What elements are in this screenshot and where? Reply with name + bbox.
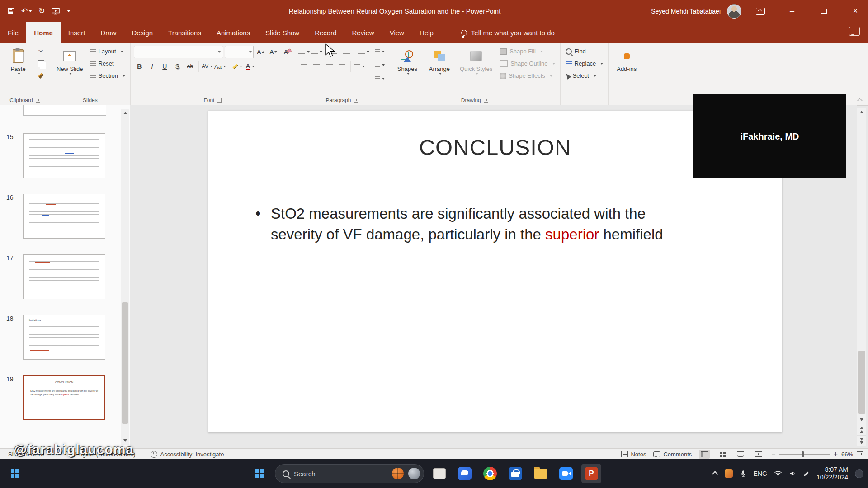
taskbar-powerpoint[interactable]: P xyxy=(581,464,601,483)
thumbnail-scrollbar[interactable] xyxy=(121,109,129,445)
decrease-font-size-button[interactable]: A xyxy=(268,47,279,58)
collapse-ribbon-button[interactable] xyxy=(858,96,863,102)
bullets-button[interactable] xyxy=(298,47,310,58)
start-from-beginning-button[interactable] xyxy=(52,8,60,15)
align-left-button[interactable] xyxy=(298,61,310,72)
start-button-corner[interactable] xyxy=(11,459,19,488)
taskbar-store[interactable] xyxy=(505,464,525,483)
taskbar-zoom[interactable] xyxy=(556,464,576,483)
taskbar-search[interactable]: Search xyxy=(275,464,424,483)
previous-slide-button[interactable] xyxy=(857,424,866,435)
scroll-up-icon[interactable] xyxy=(857,108,866,116)
normal-view-button[interactable] xyxy=(699,450,710,459)
copy-button[interactable] xyxy=(35,58,47,69)
zoom-out-button[interactable]: − xyxy=(771,450,775,458)
justify-button[interactable] xyxy=(336,61,348,72)
qat-customize-button[interactable] xyxy=(66,10,71,12)
keyboard-language[interactable]: ENG xyxy=(754,470,767,477)
slide-sorter-button[interactable] xyxy=(717,450,728,459)
taskbar-clock[interactable]: 8:07 AM 10/22/2024 xyxy=(816,466,848,482)
scrollbar-thumb[interactable] xyxy=(122,302,128,424)
font-color-button[interactable]: A xyxy=(245,61,256,72)
save-icon[interactable] xyxy=(7,7,15,15)
search-extra-icon[interactable] xyxy=(408,468,420,479)
align-right-button[interactable] xyxy=(324,61,335,72)
taskbar-chat[interactable] xyxy=(455,464,475,483)
quick-styles-button[interactable]: Quick Styles xyxy=(457,46,495,95)
slide-thumbnail-partial[interactable] xyxy=(23,105,106,116)
align-text-button[interactable] xyxy=(374,59,386,70)
taskbar-file-explorer[interactable] xyxy=(531,464,551,483)
increase-font-size-button[interactable]: A xyxy=(255,47,266,58)
font-dialog-launcher[interactable] xyxy=(217,98,222,103)
numbering-button[interactable] xyxy=(311,47,322,58)
undo-button[interactable]: ↶ xyxy=(21,6,32,16)
reading-view-button[interactable] xyxy=(735,450,746,459)
increase-indent-button[interactable] xyxy=(341,47,352,58)
cut-button[interactable]: ✂ xyxy=(35,46,47,57)
slide-thumbnail[interactable] xyxy=(23,194,105,239)
italic-button[interactable]: I xyxy=(146,61,158,72)
reset-button[interactable]: Reset xyxy=(89,58,127,69)
find-button[interactable]: Find xyxy=(564,46,605,57)
main-scrollbar[interactable] xyxy=(857,108,866,446)
pen-icon[interactable] xyxy=(803,470,810,477)
scroll-down-icon[interactable] xyxy=(857,416,866,424)
microphone-icon[interactable] xyxy=(740,469,747,478)
shape-fill-button[interactable]: Shape Fill xyxy=(498,46,557,57)
tab-help[interactable]: Help xyxy=(412,22,441,43)
shapes-button[interactable]: Shapes xyxy=(392,46,422,95)
tab-transitions[interactable]: Transitions xyxy=(160,22,209,43)
text-shadow-button[interactable]: S xyxy=(172,61,183,72)
line-spacing-button[interactable] xyxy=(358,47,369,58)
wifi-icon[interactable] xyxy=(774,470,782,477)
font-size-input[interactable] xyxy=(225,46,248,58)
tab-file[interactable]: File xyxy=(0,22,26,43)
change-case-button[interactable]: Aa xyxy=(214,61,226,72)
user-name[interactable]: Seyed Mehdi Tabatabaei xyxy=(651,8,721,15)
convert-smartart-button[interactable] xyxy=(374,73,386,84)
zoom-in-button[interactable]: + xyxy=(834,450,838,458)
slide-thumbnail[interactable]: limitations xyxy=(23,315,105,360)
comments-button[interactable]: Comments xyxy=(653,451,692,458)
format-painter-button[interactable] xyxy=(35,70,47,81)
align-center-button[interactable] xyxy=(311,61,322,72)
layout-button[interactable]: Layout xyxy=(89,46,127,57)
basketball-icon[interactable] xyxy=(392,468,404,479)
slide-thumbnail-selected[interactable]: CONCLUSION StO2 measurements are signifi… xyxy=(23,375,105,420)
fit-slide-to-window-icon[interactable] xyxy=(857,451,863,457)
tab-insert[interactable]: Insert xyxy=(61,22,93,43)
undo-dropdown-icon[interactable] xyxy=(28,10,32,12)
font-name-combo[interactable] xyxy=(134,46,223,58)
zoom-slider-thumb[interactable] xyxy=(802,451,804,457)
paste-button[interactable]: Paste xyxy=(3,46,33,95)
addins-button[interactable]: Add-ins xyxy=(612,46,642,95)
tab-record[interactable]: Record xyxy=(307,22,344,43)
arrange-button[interactable]: Arrange xyxy=(425,46,454,95)
tab-design[interactable]: Design xyxy=(124,22,160,43)
scroll-up-icon[interactable] xyxy=(121,109,129,117)
zoom-slider[interactable] xyxy=(779,454,830,455)
drawing-dialog-launcher[interactable] xyxy=(484,98,488,103)
bold-button[interactable]: B xyxy=(134,61,145,72)
columns-button[interactable] xyxy=(354,61,365,72)
taskbar-app-window[interactable] xyxy=(429,464,449,483)
slide-thumbnail[interactable] xyxy=(23,133,105,178)
accessibility-status[interactable]: Accessibility: Investigate xyxy=(151,451,224,458)
comments-pane-icon[interactable] xyxy=(849,27,860,36)
character-spacing-button[interactable]: AV xyxy=(202,61,213,72)
tab-slide-show[interactable]: Slide Show xyxy=(258,22,307,43)
ribbon-display-options-button[interactable] xyxy=(748,0,773,22)
slideshow-button[interactable] xyxy=(753,450,764,459)
font-size-combo[interactable] xyxy=(225,46,254,58)
tell-me-box[interactable]: Tell me what you want to do xyxy=(461,22,555,43)
text-direction-button[interactable] xyxy=(374,46,386,57)
notification-badge[interactable] xyxy=(855,469,863,478)
select-button[interactable]: Select xyxy=(564,70,605,81)
start-button[interactable] xyxy=(250,464,269,483)
scrollbar-thumb[interactable] xyxy=(858,351,865,414)
tray-app-icon[interactable] xyxy=(725,469,733,478)
next-slide-button[interactable] xyxy=(857,435,866,446)
replace-button[interactable]: Replace xyxy=(564,58,605,69)
paragraph-dialog-launcher[interactable] xyxy=(354,98,358,103)
